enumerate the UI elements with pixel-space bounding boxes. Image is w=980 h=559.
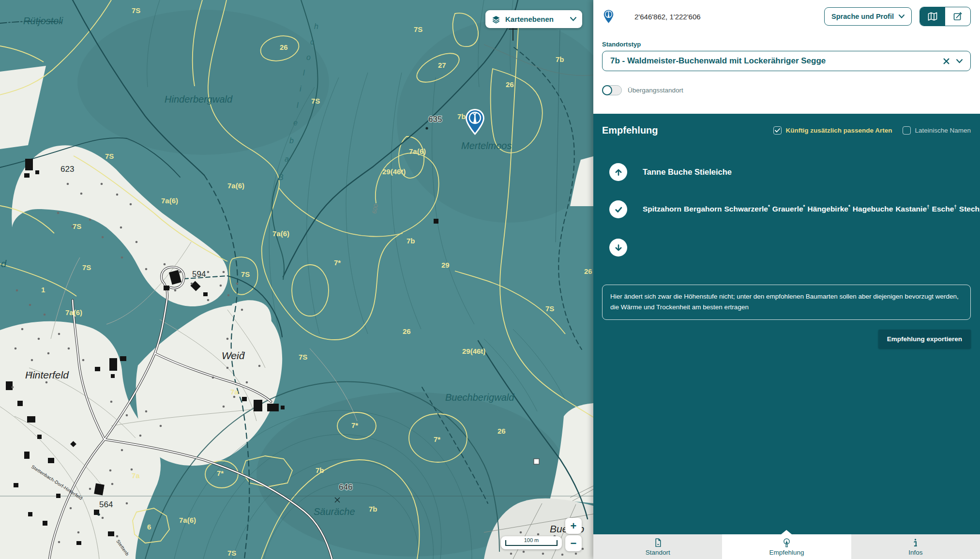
- topo-map[interactable]: 7S267S27267S7b7b7S7a(6)7a(6)7a(6)29(46t)…: [0, 0, 593, 559]
- edit-view-button[interactable]: [945, 7, 970, 26]
- suitable-species-row: SpitzahornBergahornSchwarzerle*Grauerle*…: [609, 200, 971, 218]
- species-item: Hagebuche: [853, 205, 893, 213]
- species-item: Kastanie†: [895, 205, 929, 213]
- standortstyp-value: 7b - Waldmeister-Buchenwald mit Lockeräh…: [610, 56, 943, 66]
- map-label: Säuräche: [314, 506, 355, 517]
- map-label: 7S: [241, 270, 250, 278]
- species-item: Bergahorn: [684, 205, 722, 213]
- map-label: Mertelmoos: [461, 140, 512, 151]
- empfehlung-panel: Empfehlung Künftig zusätzlich passende A…: [593, 114, 980, 534]
- map-label: 27: [438, 61, 446, 69]
- map-label: a: [285, 155, 289, 163]
- tab-empfehlung-label: Empfehlung: [769, 549, 804, 556]
- map-label: d: [1, 258, 7, 269]
- export-button[interactable]: Empfehlung exportieren: [878, 330, 971, 348]
- chevron-down-icon: [899, 15, 905, 18]
- map-label: 7a(6): [272, 229, 289, 238]
- species-item: Spitzahorn: [643, 205, 681, 213]
- map-label: 635: [428, 115, 442, 124]
- view-mode-switch[interactable]: [920, 7, 971, 26]
- map-label: 7a(6): [179, 516, 196, 524]
- tab-empfehlung[interactable]: Empfehlung: [722, 534, 851, 559]
- map-label: l: [303, 69, 305, 77]
- uebergangsstandort-label: Übergangsstandort: [628, 87, 683, 94]
- zoom-in-button[interactable]: +: [565, 518, 582, 534]
- map-label: i: [300, 85, 302, 93]
- map-label: 7S: [545, 304, 554, 313]
- map-label: b: [289, 136, 294, 145]
- map-label: 7a: [230, 388, 239, 396]
- species-item: Esche†: [932, 205, 957, 213]
- map-label: 26: [584, 267, 592, 275]
- scale-label: 100 m: [524, 537, 539, 543]
- coordinates-readout: 2'646'862, 1'222'606: [634, 13, 824, 21]
- map-icon: [927, 11, 938, 22]
- map-label: 7*: [351, 421, 358, 429]
- panel-header: 2'646'862, 1'222'606 Sprache und Profil: [593, 0, 980, 114]
- map-label: 646: [339, 483, 352, 492]
- app-logo-pin-icon: [602, 9, 615, 25]
- map-label: 29(46t): [462, 347, 485, 355]
- tab-standort-label: Standort: [646, 549, 670, 556]
- map-label: 7*: [334, 258, 341, 267]
- layers-button[interactable]: Kartenebenen: [485, 10, 582, 28]
- species-item: Hängebirke*: [808, 205, 850, 213]
- map-label: 26: [403, 327, 411, 335]
- map-label: 6: [147, 523, 151, 531]
- latin-names-checkbox[interactable]: Lateinische Namen: [903, 126, 971, 135]
- language-profile-button[interactable]: Sprache und Profil: [824, 7, 912, 26]
- tab-standort[interactable]: Standort: [593, 534, 722, 559]
- species-item: Schwarzerle*: [724, 205, 769, 213]
- map-label: 7a(6): [161, 196, 178, 205]
- document-icon: [653, 538, 663, 548]
- map-label: 7a(6): [409, 147, 426, 155]
- map-label: Hinderbergwald: [165, 94, 233, 105]
- map-label: 7b: [316, 466, 324, 474]
- tab-infos-label: Infos: [908, 549, 922, 556]
- map-label: 7b: [369, 505, 377, 513]
- checkbox-unchecked-icon: [903, 126, 911, 135]
- increase-species-list: Tanne Buche Stieleiche: [643, 167, 732, 177]
- chevron-down-icon[interactable]: [956, 59, 963, 63]
- side-panel: 2'646'862, 1'222'606 Sprache und Profil: [593, 0, 980, 559]
- map-label: 7*: [217, 469, 224, 477]
- map-label: 1: [41, 286, 45, 294]
- increase-species-row: Tanne Buche Stieleiche: [609, 163, 971, 181]
- checkbox-checked-icon: [773, 126, 782, 135]
- layers-button-label: Kartenebenen: [505, 15, 566, 23]
- map-label: 29(46t): [382, 167, 406, 176]
- check-icon: [609, 200, 627, 218]
- map-view-button[interactable]: [920, 7, 945, 26]
- map-label: 7a: [132, 471, 140, 480]
- map-label: 7S: [227, 549, 236, 557]
- clear-icon[interactable]: [943, 58, 950, 64]
- map-label: 623: [60, 165, 74, 174]
- bottom-tabbar: Standort Empfehlung Infos: [593, 534, 980, 559]
- chevron-down-icon: [570, 17, 576, 21]
- info-icon: [910, 538, 920, 548]
- map-canvas[interactable]: 7S267S27267S7b7b7S7a(6)7a(6)7a(6)29(46t)…: [0, 0, 593, 559]
- hoehenstufe-note: Hier ändert sich zwar die Höhenstufe nic…: [602, 285, 971, 320]
- standortstyp-select[interactable]: 7b - Waldmeister-Buchenwald mit Lockeräh…: [602, 51, 971, 71]
- map-label: 7S: [73, 222, 81, 230]
- map-label: Buechberigwald: [445, 392, 514, 403]
- future-species-label: Künftig zusätzlich passende Arten: [785, 127, 892, 134]
- uebergangsstandort-toggle[interactable]: [602, 85, 622, 95]
- map-label: 7S: [132, 6, 140, 15]
- map-label: 7b: [556, 55, 564, 63]
- standortstyp-label: Standortstyp: [602, 41, 971, 48]
- tab-infos[interactable]: Infos: [851, 534, 980, 559]
- scale-bar: 100 m: [501, 536, 562, 549]
- future-species-checkbox[interactable]: Künftig zusätzlich passende Arten: [773, 126, 892, 135]
- species-item: Grauerle*: [772, 205, 805, 213]
- language-profile-label: Sprache und Profil: [831, 13, 894, 20]
- map-label: c: [310, 38, 314, 46]
- map-label: 7S: [82, 263, 91, 272]
- arrow-down-icon: [609, 239, 627, 257]
- tree-icon: [782, 538, 792, 548]
- zoom-out-button[interactable]: −: [565, 535, 582, 551]
- empfehlung-title: Empfehlung: [602, 125, 773, 136]
- suitable-species-list: SpitzahornBergahornSchwarzerle*Grauerle*…: [643, 203, 965, 215]
- arrow-up-icon: [609, 163, 627, 181]
- species-item: Stechpalme: [959, 205, 980, 213]
